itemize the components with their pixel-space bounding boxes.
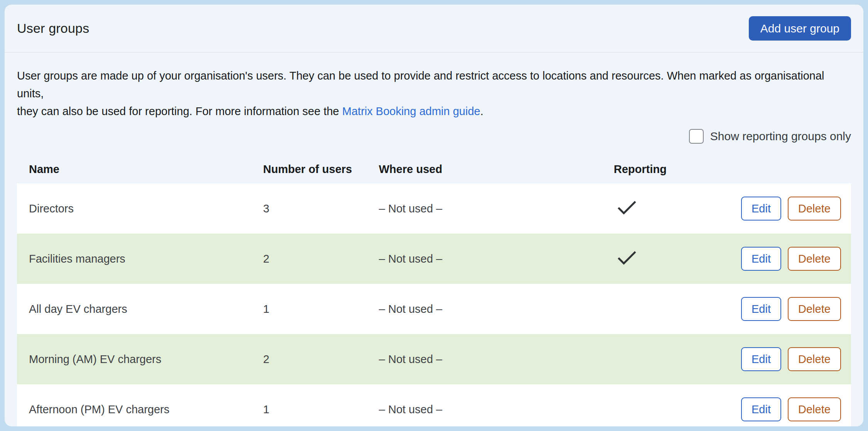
table-header-row: Name Number of users Where used Reportin…	[17, 154, 851, 183]
reporting-cell	[614, 200, 741, 218]
table-row: All day EV chargers 1 – Not used – Edit …	[17, 284, 851, 334]
column-header-reporting: Reporting	[614, 163, 741, 176]
description-text: User groups are made up of your organisa…	[17, 67, 851, 120]
number-of-users-cell: 2	[263, 353, 379, 366]
table-row: Directors 3 – Not used – Edit Delete	[17, 183, 851, 234]
column-header-name: Name	[17, 163, 263, 176]
where-used-cell: – Not used –	[379, 403, 614, 416]
actions-cell: Edit Delete	[741, 397, 853, 421]
page-title: User groups	[17, 21, 89, 36]
where-used-cell: – Not used –	[379, 303, 614, 316]
edit-button[interactable]: Edit	[741, 397, 781, 421]
actions-cell: Edit Delete	[741, 197, 853, 221]
edit-button[interactable]: Edit	[741, 297, 781, 321]
where-used-cell: – Not used –	[379, 353, 614, 366]
edit-button[interactable]: Edit	[741, 247, 781, 271]
actions-cell: Edit Delete	[741, 297, 853, 321]
user-groups-card: User groups Add user group User groups a…	[5, 5, 863, 426]
show-reporting-groups-label: Show reporting groups only	[710, 130, 851, 143]
reporting-cell	[614, 250, 741, 268]
description-suffix: .	[480, 105, 483, 117]
delete-button[interactable]: Delete	[788, 297, 841, 321]
delete-button[interactable]: Delete	[788, 247, 841, 271]
number-of-users-cell: 3	[263, 202, 379, 215]
delete-button[interactable]: Delete	[788, 347, 841, 371]
number-of-users-cell: 2	[263, 253, 379, 265]
show-reporting-groups-checkbox[interactable]	[689, 129, 704, 144]
group-name-cell: All day EV chargers	[17, 303, 263, 316]
table-row: Morning (AM) EV chargers 2 – Not used – …	[17, 334, 851, 384]
where-used-cell: – Not used –	[379, 202, 614, 215]
card-content: User groups are made up of your organisa…	[5, 67, 863, 426]
filter-row: Show reporting groups only	[17, 129, 851, 144]
group-name-cell: Afternoon (PM) EV chargers	[17, 403, 263, 416]
number-of-users-cell: 1	[263, 303, 379, 316]
add-user-group-button[interactable]: Add user group	[749, 16, 851, 41]
card-header: User groups Add user group	[5, 5, 863, 53]
group-name-cell: Facilities managers	[17, 253, 263, 265]
user-groups-page: User groups Add user group User groups a…	[0, 0, 868, 431]
group-name-cell: Directors	[17, 202, 263, 215]
where-used-cell: – Not used –	[379, 253, 614, 265]
edit-button[interactable]: Edit	[741, 347, 781, 371]
column-header-where-used: Where used	[379, 163, 614, 176]
group-name-cell: Morning (AM) EV chargers	[17, 353, 263, 366]
check-icon	[616, 200, 638, 218]
actions-cell: Edit Delete	[741, 247, 853, 271]
admin-guide-link[interactable]: Matrix Booking admin guide	[342, 105, 480, 117]
delete-button[interactable]: Delete	[788, 197, 841, 221]
actions-cell: Edit Delete	[741, 347, 853, 371]
edit-button[interactable]: Edit	[741, 197, 781, 221]
column-header-number-of-users: Number of users	[263, 163, 379, 176]
table-row: Afternoon (PM) EV chargers 1 – Not used …	[17, 384, 851, 426]
number-of-users-cell: 1	[263, 403, 379, 416]
check-icon	[616, 250, 638, 268]
user-groups-table: Name Number of users Where used Reportin…	[17, 154, 851, 426]
description-line1: User groups are made up of your organisa…	[17, 70, 824, 100]
delete-button[interactable]: Delete	[788, 397, 841, 421]
table-row: Facilities managers 2 – Not used – Edit …	[17, 234, 851, 284]
description-line2: they can also be used for reporting. For…	[17, 105, 342, 117]
